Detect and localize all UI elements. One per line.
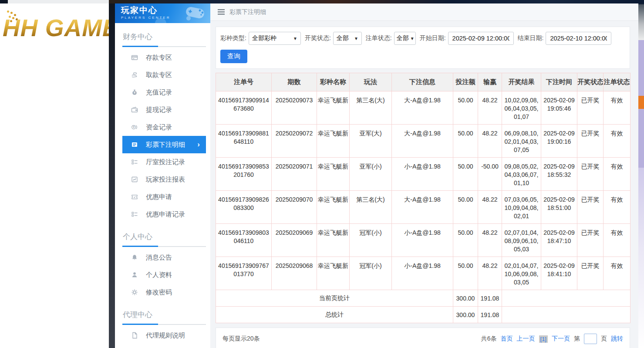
sidebar-item-messages[interactable]: 消息公告› xyxy=(122,249,206,266)
table-cell: 02,01,04,07,10,06,09,08,03,05 xyxy=(502,257,541,290)
table-cell: 50.00 xyxy=(453,224,478,257)
table-cell: 401569173909767013770 xyxy=(216,257,272,290)
sidebar-item-player-bet-report[interactable]: 玩家投注报表› xyxy=(122,171,206,188)
table-cell: 48.22 xyxy=(478,224,502,257)
chevron-down-icon: ▼ xyxy=(410,36,415,41)
order-status-select[interactable]: 全部 ▼ xyxy=(394,32,416,45)
jump-link[interactable]: 跳转 xyxy=(611,335,623,343)
kanban-list-icon xyxy=(131,159,138,166)
bets-table: 注单号期数彩种名称玩法下注信息投注额输赢开奖结果下注时间开奖状态注单状态 401… xyxy=(216,73,631,323)
table-cell: 有效 xyxy=(604,158,631,191)
total-count-text: 共6条 xyxy=(481,335,497,343)
person-icon xyxy=(131,271,138,278)
column-header: 彩种名称 xyxy=(317,73,350,91)
wallet-icon xyxy=(131,106,138,113)
table-cell: 2025-02-09 19:05:46 xyxy=(541,91,577,125)
sidebar-item-agent-rules[interactable]: 代理规则说明› xyxy=(122,327,206,344)
table-cell: 第三名(大) xyxy=(350,91,392,125)
table-cell: 已开奖 xyxy=(577,125,604,158)
sidebar-header: 玩家中心 PLAYERS CENTER xyxy=(115,3,210,23)
column-header: 注单状态 xyxy=(604,73,631,91)
table-cell: 50.00 xyxy=(453,191,478,224)
sidebar-item-hall-bet-records[interactable]: 厅室投注记录› xyxy=(122,153,206,171)
sidebar-item-label: 玩家投注报表 xyxy=(146,176,185,184)
sidebar-item-label: 优惠申请记录 xyxy=(146,210,185,219)
sidebar-item-change-password[interactable]: 修改密码› xyxy=(122,284,206,301)
sidebar-item-recharge-records[interactable]: ¥充值记录› xyxy=(122,84,206,101)
sidebar-section: 财务中心存款专区›取款专区›¥充值记录›提现记录›¥资金记录›彩票下注明细›厅室… xyxy=(122,23,206,223)
table-cell: 第三名(大) xyxy=(350,191,392,224)
table-cell: 有效 xyxy=(604,224,631,257)
table-cell: 已开奖 xyxy=(577,257,604,290)
sidebar-item-label: 资金记录 xyxy=(146,123,172,132)
table-cell: 401569173909803046110 xyxy=(216,224,272,257)
table-row: 40156917390991467368020250209073幸运飞艇新第三名… xyxy=(216,91,631,125)
list-detail-icon xyxy=(131,141,138,148)
chevron-down-icon: ▼ xyxy=(293,36,297,41)
table-cell: 小-A盘@1.98 xyxy=(392,257,453,290)
sidebar-item-deposit-zone[interactable]: 存款专区› xyxy=(122,49,206,66)
column-header: 投注额 xyxy=(453,73,478,91)
sidebar-item-promo-apply[interactable]: 优惠申请› xyxy=(122,188,206,206)
start-date-input[interactable] xyxy=(448,32,514,45)
table-cell: 401569173909881648110 xyxy=(216,125,272,158)
table-cell: 2025-02-09 18:51:00 xyxy=(541,191,577,224)
table-cell: 2025-02-09 18:47:10 xyxy=(541,224,577,257)
first-page-link[interactable]: 首页 xyxy=(501,335,513,343)
table-cell: 幸运飞艇新 xyxy=(317,191,350,224)
table-cell: 大-A盘@1.98 xyxy=(392,191,453,224)
chevron-right-icon: › xyxy=(197,140,200,149)
table-row: 40156917390985320176020250209071幸运飞艇新亚军(… xyxy=(216,158,631,191)
sidebar-item-withdrawal-records[interactable]: 提现记录› xyxy=(122,101,206,118)
end-date-input[interactable] xyxy=(546,32,611,45)
table-cell: 大-A盘@1.98 xyxy=(392,125,453,158)
chart-icon xyxy=(131,176,138,183)
table-row: 40156917390980304611020250209069幸运飞艇新冠军(… xyxy=(216,224,631,257)
brand-logo: HH GAME xyxy=(3,14,109,42)
lottery-type-select[interactable]: 全部彩种 ▼ xyxy=(249,32,301,45)
draw-status-label: 开奖状态: xyxy=(305,34,331,42)
summary-empty xyxy=(502,307,631,323)
table-cell: 2025-02-09 18:55:32 xyxy=(541,158,577,191)
table-cell: 已开奖 xyxy=(577,158,604,191)
menu-icon[interactable] xyxy=(218,9,225,15)
table-cell: 有效 xyxy=(604,191,631,224)
sidebar-item-promo-apply-records[interactable]: 优惠申请记录› xyxy=(122,206,206,223)
filter-button-row: 查询 xyxy=(219,50,626,63)
filter-panel: 彩种类型: 全部彩种 ▼ 开奖状态: 全部 ▼ 注单状态: 全部 ▼ 开始日期:… xyxy=(216,27,630,69)
prev-page-link[interactable]: 上一页 xyxy=(517,335,535,343)
table-cell: 50.00 xyxy=(453,257,478,290)
query-button[interactable]: 查询 xyxy=(220,50,247,63)
table-cell: 已开奖 xyxy=(577,91,604,125)
table-cell: 已开奖 xyxy=(577,191,604,224)
table-cell: 有效 xyxy=(604,125,631,158)
table-cell: 亚军(大) xyxy=(350,125,392,158)
sidebar-item-agent-team-stats[interactable]: 代理团队统计› xyxy=(122,344,206,348)
table-cell: 大-A盘@1.98 xyxy=(392,91,453,125)
lottery-type-label: 彩种类型: xyxy=(220,34,246,42)
current-page-badge[interactable]: [1] xyxy=(539,335,548,343)
sidebar-item-label: 提现记录 xyxy=(146,106,172,114)
table-cell: 2025-02-09 18:41:10 xyxy=(541,257,577,290)
sidebar-item-lottery-bet-details[interactable]: 彩票下注明细› xyxy=(122,136,206,153)
table-cell: 401569173909853201760 xyxy=(216,158,272,191)
section-title: 代理中心 xyxy=(122,307,206,324)
breadcrumb: 彩票下注明细 xyxy=(229,8,266,16)
sidebar-item-label: 代理规则说明 xyxy=(146,331,185,340)
table-cell: 50.00 xyxy=(453,158,478,191)
sidebar-item-label: 厅室投注记录 xyxy=(146,158,185,166)
table-cell: 401569173909914673680 xyxy=(216,91,272,125)
draw-status-value: 全部 xyxy=(337,34,349,42)
sidebar-item-withdraw-zone[interactable]: 取款专区› xyxy=(122,66,206,84)
page-jump-input[interactable] xyxy=(584,334,597,344)
table-cell: 冠军(小) xyxy=(350,224,392,257)
table-cell: -50.00 xyxy=(478,158,502,191)
table-cell: 50.00 xyxy=(453,125,478,158)
sidebar-item-funds-records[interactable]: ¥资金记录› xyxy=(122,118,206,136)
draw-status-select[interactable]: 全部 ▼ xyxy=(333,32,362,45)
bets-table-card: 注单号期数彩种名称玩法下注信息投注额输赢开奖结果下注时间开奖状态注单状态 401… xyxy=(216,73,630,323)
next-page-link[interactable]: 下一页 xyxy=(552,335,570,343)
svg-text:¥: ¥ xyxy=(133,125,135,128)
table-cell: 有效 xyxy=(604,257,631,290)
sidebar-item-profile[interactable]: 个人资料› xyxy=(122,266,206,284)
